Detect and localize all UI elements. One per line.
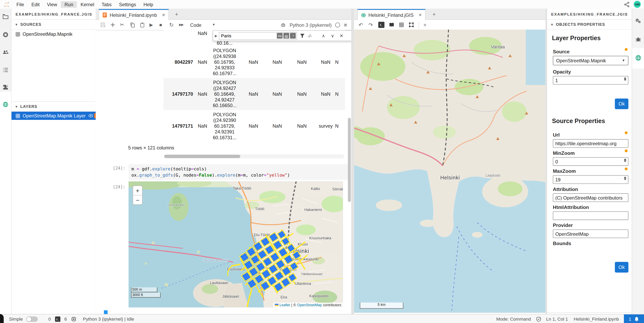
new-vector-layer-icon[interactable] — [409, 22, 414, 27]
run-cell-icon[interactable]: ▶ — [150, 22, 155, 27]
menu-run[interactable]: Run — [61, 1, 77, 7]
vertical-scrollbar[interactable] — [348, 30, 351, 313]
redo-icon[interactable]: ↷ — [368, 22, 374, 27]
basemap-book-icon[interactable] — [389, 22, 394, 27]
previous-match-icon[interactable]: ∧ — [322, 33, 325, 38]
spinner-arrows-icon[interactable] — [624, 177, 626, 180]
file-browser-icon[interactable] — [2, 13, 8, 20]
scrollbar-thumb[interactable] — [164, 155, 240, 158]
collaborators-icon[interactable] — [2, 49, 8, 55]
opacity-input[interactable] — [553, 76, 628, 84]
debugger-bug-icon[interactable] — [635, 36, 642, 43]
source-ok-button[interactable]: Ok — [615, 262, 628, 273]
kernel-name[interactable]: Python 3 (ipykernel) — [290, 22, 332, 27]
simple-mode-toggle[interactable] — [26, 316, 38, 322]
openstreetmap-link[interactable]: OpenStreetMap — [297, 303, 322, 307]
spinner-arrows-icon[interactable] — [624, 158, 626, 162]
horizontal-scrollbar[interactable] — [164, 154, 344, 159]
new-tab-button[interactable]: + — [172, 10, 181, 19]
search-input[interactable] — [220, 33, 276, 38]
leaflet-map-output[interactable]: Seurasaari Taka-Töölö Kallio Sörnäinen T… — [128, 181, 343, 308]
maxzoom-input[interactable] — [553, 175, 628, 184]
map-terrain — [354, 29, 546, 313]
layers-section-header[interactable]: ▼LAYERS — [12, 102, 96, 112]
terminal-count[interactable]: 0 — [48, 317, 51, 322]
layer-visibility-eye-icon[interactable] — [88, 113, 93, 118]
panel-splitter[interactable] — [351, 8, 354, 314]
toolbar-menu-icon[interactable]: ≡ — [344, 22, 347, 28]
regex-button[interactable]: .* — [290, 33, 296, 38]
jupytergis-globe-icon[interactable] — [635, 54, 642, 61]
table-row: 14797171 NaN POLYGON((24.9239060.16729,2… — [164, 110, 345, 142]
jupytergis-globe-icon[interactable] — [2, 101, 8, 108]
debugger-bug-icon[interactable] — [281, 22, 286, 27]
new-tab-button[interactable]: + — [430, 10, 438, 19]
trust-shield-icon[interactable] — [536, 316, 541, 322]
save-icon[interactable] — [100, 22, 106, 27]
filter-icon[interactable] — [300, 33, 305, 38]
paste-cell-icon[interactable] — [140, 22, 145, 27]
close-tab-icon[interactable]: ✕ — [418, 13, 422, 17]
objects-properties-header[interactable]: ▼OBJECTS PROPERTIES — [547, 20, 632, 29]
zoom-in-button[interactable]: + — [133, 186, 142, 195]
kernel-status-text[interactable]: Python 3 (ipykernel) | Idle — [83, 317, 134, 322]
menu-kernel[interactable]: Kernel — [77, 1, 98, 7]
gis-tab-bar: Helsinki_Finland.jGIS ✕ + — [354, 8, 546, 19]
stop-kernel-icon[interactable]: ■ — [159, 22, 165, 27]
sources-section-header[interactable]: ▼SOURCES — [12, 20, 96, 29]
menu-view[interactable]: View — [43, 1, 61, 7]
insert-cell-icon[interactable] — [110, 22, 116, 27]
source-select[interactable]: OpenStreetMap.Mapnik ▼ — [553, 56, 628, 65]
provider-input[interactable] — [553, 230, 628, 238]
gis-map-view[interactable]: Vantaa Helsinki Laajasalo 5 km — [354, 29, 546, 313]
running-kernels-icon[interactable] — [2, 31, 8, 38]
notification-badge[interactable]: 1 — [624, 315, 644, 323]
extensions-icon[interactable] — [2, 84, 8, 90]
code-cell-editor[interactable]: m = gdf.explore(tooltip=cols) ox.graph_t… — [128, 164, 350, 180]
restart-run-all-icon[interactable]: ▶▶ — [179, 22, 184, 27]
kernel-status-icon[interactable] — [336, 22, 340, 27]
undo-icon[interactable]: ↶ — [358, 22, 364, 27]
menu-help[interactable]: Help — [140, 1, 157, 7]
property-inspector-icon[interactable] — [635, 17, 642, 24]
restart-kernel-icon[interactable]: ↻ — [169, 22, 175, 27]
add-layer-icon[interactable]: + — [424, 22, 429, 27]
share-icon[interactable] — [624, 1, 630, 7]
cursor-position[interactable]: Ln 1, Col 1 — [546, 317, 568, 322]
html-attribution-input[interactable] — [553, 211, 628, 220]
scrollbar-thumb[interactable] — [348, 118, 351, 202]
layer-ok-button[interactable]: Ok — [615, 98, 628, 109]
menu-settings[interactable]: Settings — [115, 1, 140, 7]
menu-tabs[interactable]: Tabs — [98, 1, 115, 7]
url-input[interactable] — [553, 139, 628, 148]
spinner-arrows-icon[interactable] — [624, 77, 626, 81]
kernel-count[interactable]: 6 — [64, 317, 67, 322]
menu-edit[interactable]: Edit — [28, 1, 43, 7]
mode-indicator[interactable]: Mode: Command — [496, 317, 531, 322]
cell-collapse-indicator[interactable] — [104, 311, 108, 314]
avatar[interactable]: AM — [634, 1, 641, 8]
layer-list-item-selected[interactable]: OpenStreetMap.Mapnik Layer — [12, 112, 96, 120]
leaflet-link[interactable]: Leaflet — [280, 303, 290, 307]
close-tab-icon[interactable]: ✕ — [162, 13, 165, 17]
next-match-icon[interactable]: ∨ — [331, 33, 334, 38]
search-expand-caret-icon[interactable]: ▶ — [213, 34, 219, 37]
notebook-tab[interactable]: Helsinki_Finland.ipynb ✕ — [98, 9, 169, 20]
attribution-input[interactable] — [553, 193, 628, 202]
new-raster-layer-icon[interactable] — [399, 22, 404, 27]
match-case-button[interactable]: Aa — [277, 33, 282, 38]
copy-cell-icon[interactable] — [130, 22, 135, 27]
zoom-out-button[interactable]: − — [133, 195, 142, 204]
table-of-contents-icon[interactable] — [2, 67, 8, 73]
close-search-icon[interactable]: ✕ — [340, 33, 344, 38]
active-file-name[interactable]: Helsinki_Finland.ipynb — [574, 317, 619, 322]
minzoom-input[interactable] — [553, 157, 628, 166]
gis-tab[interactable]: Helsinki_Finland.jGIS ✕ — [358, 9, 426, 20]
cell-type-dropdown[interactable]: Code — [190, 22, 202, 27]
console-icon[interactable]: $_ — [378, 22, 384, 28]
map-scale-bar: 5 km — [360, 303, 403, 309]
source-list-item[interactable]: OpenStreetMap.Mapnik — [12, 29, 96, 38]
cut-cell-icon[interactable]: ✂ — [120, 22, 125, 27]
whole-word-button[interactable]: ab — [284, 33, 289, 38]
menu-file[interactable]: File — [13, 1, 28, 7]
